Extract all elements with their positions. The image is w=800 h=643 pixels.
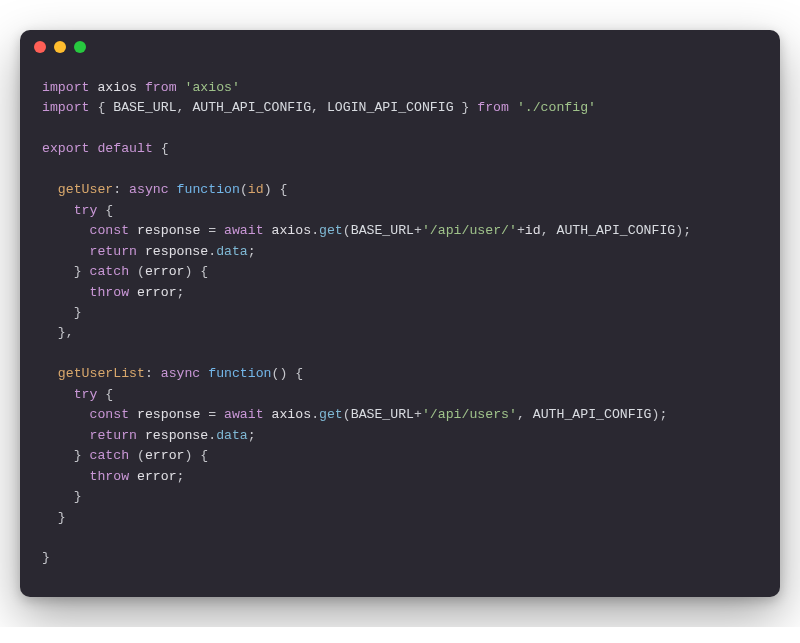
code-token [42, 223, 89, 238]
code-token [264, 407, 272, 422]
maximize-icon[interactable] [74, 41, 86, 53]
code-line: const response = await axios.get(BASE_UR… [42, 221, 758, 241]
code-token: ; [248, 244, 256, 259]
code-token: get [319, 223, 343, 238]
code-token [42, 244, 89, 259]
code-line [42, 119, 758, 139]
code-token: } [42, 264, 89, 279]
code-line: throw error; [42, 467, 758, 487]
code-token: ; [177, 469, 185, 484]
code-line: } [42, 487, 758, 507]
code-line: } catch (error) { [42, 262, 758, 282]
code-token: () { [272, 366, 304, 381]
code-token: default [97, 141, 152, 156]
code-token: id [525, 223, 541, 238]
code-token: { [97, 203, 113, 218]
code-token: '/api/users' [422, 407, 517, 422]
close-icon[interactable] [34, 41, 46, 53]
code-token: , [541, 223, 557, 238]
code-token [42, 387, 74, 402]
code-token: data [216, 428, 248, 443]
code-token: function [177, 182, 240, 197]
code-token [509, 100, 517, 115]
code-token: response [137, 407, 200, 422]
code-token: getUserList [58, 366, 145, 381]
code-token [129, 223, 137, 238]
code-token: ) { [184, 448, 208, 463]
code-line: } catch (error) { [42, 446, 758, 466]
code-token: + [517, 223, 525, 238]
code-token: id [248, 182, 264, 197]
code-token: throw [89, 469, 129, 484]
code-token: axios [272, 223, 312, 238]
code-token: . [208, 428, 216, 443]
code-token [129, 407, 137, 422]
code-token: import [42, 100, 89, 115]
code-token: data [216, 244, 248, 259]
code-token: ; [248, 428, 256, 443]
code-token: from [477, 100, 509, 115]
code-token: await [224, 223, 264, 238]
code-token [42, 182, 58, 197]
code-token: { [153, 141, 169, 156]
code-token: ( [343, 407, 351, 422]
code-token [42, 285, 89, 300]
code-line [42, 344, 758, 364]
code-line: }, [42, 323, 758, 343]
code-token: '/api/user/' [422, 223, 517, 238]
code-token: . [311, 223, 319, 238]
code-token: } [454, 100, 478, 115]
code-token [42, 203, 74, 218]
window-titlebar [20, 30, 780, 64]
code-token: BASE_URL [351, 407, 414, 422]
minimize-icon[interactable] [54, 41, 66, 53]
code-window: import axios from 'axios'import { BASE_U… [20, 30, 780, 597]
code-token: const [89, 407, 129, 422]
code-line: return response.data; [42, 426, 758, 446]
code-line [42, 160, 758, 180]
code-token: { [97, 387, 113, 402]
code-token: . [311, 407, 319, 422]
code-token: AUTH_API_CONFIG [192, 100, 311, 115]
code-token: AUTH_API_CONFIG [533, 407, 652, 422]
code-token: ( [129, 448, 145, 463]
code-line: const response = await axios.get(BASE_UR… [42, 405, 758, 425]
code-token: import [42, 80, 89, 95]
code-line: try { [42, 385, 758, 405]
code-token: await [224, 407, 264, 422]
code-token: catch [89, 264, 129, 279]
code-token: BASE_URL [351, 223, 414, 238]
code-token: = [200, 223, 224, 238]
code-token: ); [675, 223, 691, 238]
code-token: function [208, 366, 271, 381]
code-token: : [113, 182, 129, 197]
code-token: } [42, 305, 82, 320]
code-line: try { [42, 201, 758, 221]
code-token: throw [89, 285, 129, 300]
code-token [129, 285, 137, 300]
code-line: return response.data; [42, 242, 758, 262]
code-token: = [200, 407, 224, 422]
code-token: , [517, 407, 533, 422]
code-line [42, 528, 758, 548]
code-line: import axios from 'axios' [42, 78, 758, 98]
code-token: error [145, 264, 185, 279]
code-token: } [42, 448, 89, 463]
code-token: axios [272, 407, 312, 422]
code-line: } [42, 548, 758, 568]
code-token: axios [97, 80, 137, 95]
code-token: ( [129, 264, 145, 279]
code-content: import axios from 'axios'import { BASE_U… [20, 64, 780, 597]
code-token [42, 407, 89, 422]
code-line: throw error; [42, 283, 758, 303]
code-token: response [137, 223, 200, 238]
code-token: }, [42, 325, 74, 340]
code-token: try [74, 203, 98, 218]
code-token: from [145, 80, 177, 95]
code-token: ); [651, 407, 667, 422]
code-line: } [42, 303, 758, 323]
code-token: ) { [264, 182, 288, 197]
code-token: + [414, 223, 422, 238]
code-token: response [145, 428, 208, 443]
code-token: response [145, 244, 208, 259]
